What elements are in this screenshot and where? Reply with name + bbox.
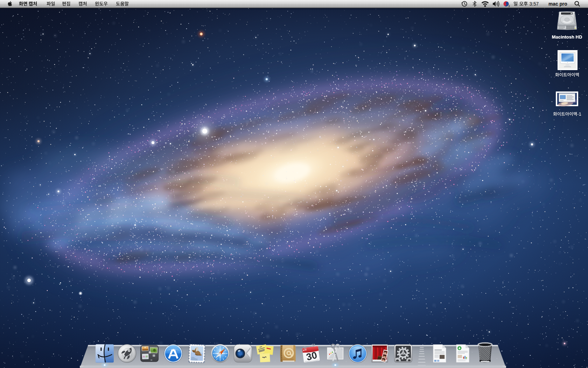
svg-text:3:57: 3:57 [529, 1, 539, 7]
svg-text:mac pro: mac pro [548, 1, 567, 7]
svg-text:Macintosh HD: Macintosh HD [552, 34, 582, 40]
